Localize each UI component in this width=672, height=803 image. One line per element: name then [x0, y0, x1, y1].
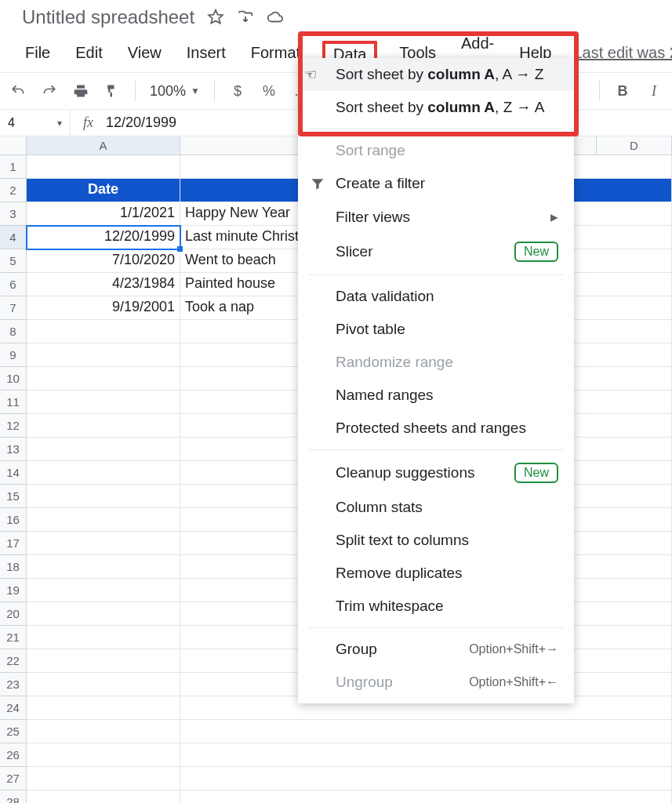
cell[interactable]: [27, 414, 180, 438]
star-icon[interactable]: [207, 9, 224, 26]
cell[interactable]: [180, 720, 672, 743]
row-header[interactable]: 1: [0, 155, 27, 179]
menu-view[interactable]: View: [125, 42, 165, 64]
menu-column-stats[interactable]: Column stats: [298, 491, 574, 524]
paint-format-icon[interactable]: [104, 82, 121, 100]
cell[interactable]: [27, 320, 180, 343]
col-header-D[interactable]: D: [597, 136, 672, 154]
menu-filter-views[interactable]: Filter views ▸: [298, 200, 574, 234]
cell[interactable]: Date: [27, 179, 180, 202]
row-header[interactable]: 24: [0, 696, 27, 720]
cell[interactable]: [27, 155, 180, 179]
cell[interactable]: [27, 767, 180, 790]
row-header[interactable]: 9: [0, 343, 27, 367]
cell[interactable]: [180, 743, 672, 767]
menu-split-text[interactable]: Split text to columns: [298, 524, 574, 557]
menu-sort-za[interactable]: Sort sheet by column A, Z → A: [298, 91, 574, 124]
menu-insert[interactable]: Insert: [183, 42, 229, 64]
move-icon[interactable]: [237, 9, 254, 26]
cell[interactable]: [27, 673, 180, 696]
menu-slicer[interactable]: Slicer New: [298, 234, 574, 270]
format-percent[interactable]: %: [260, 82, 278, 100]
menu-named-ranges[interactable]: Named ranges: [298, 379, 574, 412]
cell[interactable]: [27, 579, 180, 602]
cell[interactable]: [27, 602, 180, 626]
row-header[interactable]: 10: [0, 367, 27, 391]
row-header[interactable]: 4: [0, 226, 27, 249]
cell[interactable]: [27, 720, 180, 743]
zoom-select[interactable]: 100%▼: [150, 83, 200, 100]
cell[interactable]: [180, 767, 672, 790]
row-header[interactable]: 7: [0, 296, 27, 320]
row-header[interactable]: 22: [0, 649, 27, 673]
cell[interactable]: [27, 743, 180, 767]
cell[interactable]: [180, 790, 672, 803]
row-header[interactable]: 2: [0, 179, 27, 202]
cell[interactable]: [27, 438, 180, 461]
undo-icon[interactable]: [9, 82, 27, 100]
cell[interactable]: 12/20/1999: [27, 226, 180, 249]
menu-create-filter[interactable]: Create a filter: [298, 167, 574, 200]
row-header[interactable]: 25: [0, 720, 27, 743]
row-header[interactable]: 12: [0, 414, 27, 438]
cell[interactable]: [27, 626, 180, 649]
cell[interactable]: [27, 461, 180, 485]
row-header[interactable]: 8: [0, 320, 27, 343]
cell[interactable]: [27, 391, 180, 414]
cloud-saved-icon[interactable]: [267, 9, 284, 26]
formula-input[interactable]: 12/20/1999: [106, 114, 176, 131]
cell[interactable]: [27, 485, 180, 508]
cell[interactable]: [27, 555, 180, 579]
row-header[interactable]: 21: [0, 626, 27, 649]
menu-pivot-table[interactable]: Pivot table: [298, 313, 574, 346]
cell[interactable]: [27, 696, 180, 720]
menu-cleanup[interactable]: Cleanup suggestions New: [298, 455, 574, 491]
redo-icon[interactable]: [41, 82, 58, 100]
cell[interactable]: 4/23/1984: [27, 273, 180, 296]
cell[interactable]: [27, 508, 180, 532]
cell[interactable]: [27, 343, 180, 367]
row-header[interactable]: 28: [0, 790, 27, 803]
cell[interactable]: 7/10/2020: [27, 249, 180, 273]
menu-file[interactable]: File: [22, 42, 53, 64]
shortcut-label: Option+Shift+←: [469, 675, 558, 689]
row-header[interactable]: 18: [0, 555, 27, 579]
cell[interactable]: [27, 790, 180, 803]
last-edit-link[interactable]: Last edit was 2 minu: [573, 44, 672, 62]
cell[interactable]: [27, 649, 180, 673]
cell[interactable]: 1/1/2021: [27, 202, 180, 226]
menu-data-validation[interactable]: Data validation: [298, 280, 574, 313]
row-header[interactable]: 11: [0, 391, 27, 414]
cell[interactable]: [27, 367, 180, 391]
row-header[interactable]: 14: [0, 461, 27, 485]
cell[interactable]: 9/19/2001: [27, 296, 180, 320]
row-header[interactable]: 3: [0, 202, 27, 226]
format-currency[interactable]: $: [229, 82, 246, 100]
row-header[interactable]: 13: [0, 438, 27, 461]
row-header[interactable]: 5: [0, 249, 27, 273]
row-header[interactable]: 23: [0, 673, 27, 696]
menu-trim-whitespace[interactable]: Trim whitespace: [298, 590, 574, 623]
print-icon[interactable]: [72, 82, 89, 100]
select-all-corner[interactable]: [0, 136, 27, 154]
menu-group[interactable]: Group Option+Shift+→: [298, 633, 574, 666]
cell[interactable]: [27, 532, 180, 555]
row-header[interactable]: 17: [0, 532, 27, 555]
menu-sort-az[interactable]: ☜ Sort sheet by column A, A → Z: [298, 58, 574, 91]
document-title[interactable]: Untitled spreadsheet: [22, 6, 194, 28]
menu-protected[interactable]: Protected sheets and ranges: [298, 412, 574, 445]
row-header[interactable]: 15: [0, 485, 27, 508]
menu-remove-duplicates[interactable]: Remove duplicates: [298, 557, 574, 590]
italic-button[interactable]: I: [645, 82, 663, 100]
row-header[interactable]: 19: [0, 579, 27, 602]
row-header[interactable]: 16: [0, 508, 27, 532]
row-header[interactable]: 26: [0, 743, 27, 767]
col-header-A[interactable]: A: [27, 136, 180, 154]
bold-button[interactable]: B: [614, 82, 631, 100]
menu-format[interactable]: Format: [248, 42, 303, 64]
menu-edit[interactable]: Edit: [72, 42, 105, 64]
row-header[interactable]: 27: [0, 767, 27, 790]
row-header[interactable]: 20: [0, 602, 27, 626]
row-header[interactable]: 6: [0, 273, 27, 296]
name-box[interactable]: 4▾: [0, 110, 71, 136]
